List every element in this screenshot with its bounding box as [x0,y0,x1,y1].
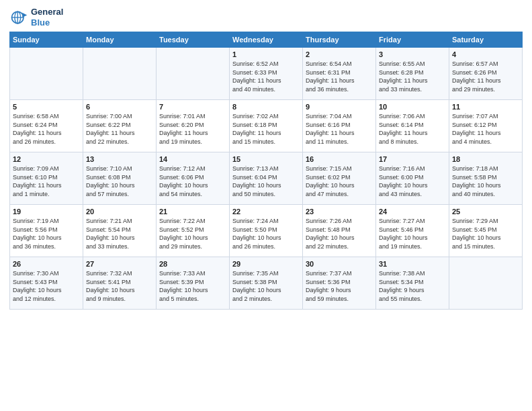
calendar-cell: 30Sunrise: 7:37 AM Sunset: 5:36 PM Dayli… [303,257,376,310]
day-info: Sunrise: 7:21 AM Sunset: 5:54 PM Dayligh… [86,217,153,250]
day-number: 11 [452,103,519,111]
calendar-cell: 17Sunrise: 7:16 AM Sunset: 6:00 PM Dayli… [376,152,449,205]
day-info: Sunrise: 7:02 AM Sunset: 6:18 PM Dayligh… [232,112,300,146]
day-info: Sunrise: 7:09 AM Sunset: 6:10 PM Dayligh… [13,165,80,198]
day-number: 24 [379,208,446,216]
calendar-cell: 10Sunrise: 7:06 AM Sunset: 6:14 PM Dayli… [376,100,449,152]
week-row-3: 12Sunrise: 7:09 AM Sunset: 6:10 PM Dayli… [10,152,523,205]
week-row-2: 5Sunrise: 6:58 AM Sunset: 6:24 PM Daylig… [10,100,523,152]
day-info: Sunrise: 6:58 AM Sunset: 6:24 PM Dayligh… [13,112,80,146]
day-info: Sunrise: 6:52 AM Sunset: 6:33 PM Dayligh… [232,60,300,93]
day-number: 14 [159,155,226,163]
calendar-cell: 21Sunrise: 7:22 AM Sunset: 5:52 PM Dayli… [157,205,230,257]
day-number: 3 [379,50,446,58]
calendar-cell [83,48,157,100]
calendar-cell: 25Sunrise: 7:29 AM Sunset: 5:45 PM Dayli… [449,205,523,257]
day-info: Sunrise: 7:04 AM Sunset: 6:16 PM Dayligh… [306,112,373,146]
week-row-4: 19Sunrise: 7:19 AM Sunset: 5:56 PM Dayli… [10,205,523,257]
day-info: Sunrise: 7:00 AM Sunset: 6:22 PM Dayligh… [86,112,153,146]
day-number: 2 [306,50,373,58]
day-info: Sunrise: 7:07 AM Sunset: 6:12 PM Dayligh… [452,112,519,146]
header-day-friday: Friday [376,32,449,48]
calendar-body: 1Sunrise: 6:52 AM Sunset: 6:33 PM Daylig… [10,48,523,310]
header-day-thursday: Thursday [303,32,376,48]
calendar-cell: 8Sunrise: 7:02 AM Sunset: 6:18 PM Daylig… [230,100,303,152]
day-number: 26 [13,260,80,268]
day-number: 10 [379,103,446,111]
header-day-wednesday: Wednesday [230,32,303,48]
day-number: 12 [13,155,80,163]
page-container: General Blue SundayMondayTuesdayWednesda… [0,0,532,316]
calendar-cell: 12Sunrise: 7:09 AM Sunset: 6:10 PM Dayli… [10,152,83,205]
calendar-cell: 6Sunrise: 7:00 AM Sunset: 6:22 PM Daylig… [83,100,157,152]
header-row: SundayMondayTuesdayWednesdayThursdayFrid… [10,32,523,48]
day-number: 25 [452,208,519,216]
day-number: 1 [232,50,300,58]
day-number: 17 [379,155,446,163]
calendar-cell: 14Sunrise: 7:12 AM Sunset: 6:06 PM Dayli… [157,152,230,205]
day-number: 29 [232,260,300,268]
week-row-5: 26Sunrise: 7:30 AM Sunset: 5:43 PM Dayli… [10,257,523,310]
calendar-cell: 23Sunrise: 7:26 AM Sunset: 5:48 PM Dayli… [303,205,376,257]
day-number: 13 [86,155,153,163]
calendar-cell: 18Sunrise: 7:18 AM Sunset: 5:58 PM Dayli… [449,152,523,205]
day-info: Sunrise: 7:06 AM Sunset: 6:14 PM Dayligh… [379,112,446,146]
day-number: 18 [452,155,519,163]
day-number: 6 [86,103,153,111]
day-info: Sunrise: 7:10 AM Sunset: 6:08 PM Dayligh… [86,165,153,198]
day-number: 8 [232,103,300,111]
calendar-cell: 31Sunrise: 7:38 AM Sunset: 5:34 PM Dayli… [376,257,449,310]
day-number: 27 [86,260,153,268]
calendar-cell: 19Sunrise: 7:19 AM Sunset: 5:56 PM Dayli… [10,205,83,257]
calendar-cell: 1Sunrise: 6:52 AM Sunset: 6:33 PM Daylig… [230,48,303,100]
calendar-cell: 2Sunrise: 6:54 AM Sunset: 6:31 PM Daylig… [303,48,376,100]
calendar-cell: 11Sunrise: 7:07 AM Sunset: 6:12 PM Dayli… [449,100,523,152]
calendar-cell [10,48,83,100]
calendar-cell: 24Sunrise: 7:27 AM Sunset: 5:46 PM Dayli… [376,205,449,257]
header-day-saturday: Saturday [449,32,523,48]
calendar-cell: 4Sunrise: 6:57 AM Sunset: 6:26 PM Daylig… [449,48,523,100]
header-day-monday: Monday [83,32,157,48]
calendar-cell: 22Sunrise: 7:24 AM Sunset: 5:50 PM Dayli… [230,205,303,257]
day-number: 28 [159,260,226,268]
day-info: Sunrise: 7:37 AM Sunset: 5:36 PM Dayligh… [306,269,373,303]
logo-icon [9,8,28,27]
day-info: Sunrise: 7:22 AM Sunset: 5:52 PM Dayligh… [159,217,226,250]
day-number: 4 [452,50,519,58]
day-info: Sunrise: 6:57 AM Sunset: 6:26 PM Dayligh… [452,60,519,93]
calendar-cell: 16Sunrise: 7:15 AM Sunset: 6:02 PM Dayli… [303,152,376,205]
day-number: 16 [306,155,373,163]
day-info: Sunrise: 7:30 AM Sunset: 5:43 PM Dayligh… [13,269,80,303]
day-info: Sunrise: 7:29 AM Sunset: 5:45 PM Dayligh… [452,217,519,250]
day-number: 21 [159,208,226,216]
calendar-cell: 7Sunrise: 7:01 AM Sunset: 6:20 PM Daylig… [157,100,230,152]
day-info: Sunrise: 6:55 AM Sunset: 6:28 PM Dayligh… [379,60,446,93]
day-info: Sunrise: 7:32 AM Sunset: 5:41 PM Dayligh… [86,269,153,303]
logo: General Blue [9,7,63,28]
day-info: Sunrise: 7:01 AM Sunset: 6:20 PM Dayligh… [159,112,226,146]
calendar-cell: 27Sunrise: 7:32 AM Sunset: 5:41 PM Dayli… [83,257,157,310]
day-number: 20 [86,208,153,216]
day-info: Sunrise: 7:13 AM Sunset: 6:04 PM Dayligh… [232,165,300,198]
day-number: 19 [13,208,80,216]
calendar-table: SundayMondayTuesdayWednesdayThursdayFrid… [9,32,523,310]
calendar-cell: 13Sunrise: 7:10 AM Sunset: 6:08 PM Dayli… [83,152,157,205]
day-info: Sunrise: 7:12 AM Sunset: 6:06 PM Dayligh… [159,165,226,198]
day-number: 15 [232,155,300,163]
calendar-header: SundayMondayTuesdayWednesdayThursdayFrid… [10,32,523,48]
day-info: Sunrise: 7:35 AM Sunset: 5:38 PM Dayligh… [232,269,300,303]
calendar-cell: 5Sunrise: 6:58 AM Sunset: 6:24 PM Daylig… [10,100,83,152]
day-info: Sunrise: 7:38 AM Sunset: 5:34 PM Dayligh… [379,269,446,303]
day-number: 31 [379,260,446,268]
calendar-cell: 28Sunrise: 7:33 AM Sunset: 5:39 PM Dayli… [157,257,230,310]
day-info: Sunrise: 7:19 AM Sunset: 5:56 PM Dayligh… [13,217,80,250]
day-number: 7 [159,103,226,111]
day-info: Sunrise: 7:16 AM Sunset: 6:00 PM Dayligh… [379,165,446,198]
day-info: Sunrise: 7:18 AM Sunset: 5:58 PM Dayligh… [452,165,519,198]
calendar-cell: 15Sunrise: 7:13 AM Sunset: 6:04 PM Dayli… [230,152,303,205]
header-day-sunday: Sunday [10,32,83,48]
logo-text: General Blue [31,7,63,28]
calendar-cell: 20Sunrise: 7:21 AM Sunset: 5:54 PM Dayli… [83,205,157,257]
header-day-tuesday: Tuesday [157,32,230,48]
day-number: 30 [306,260,373,268]
